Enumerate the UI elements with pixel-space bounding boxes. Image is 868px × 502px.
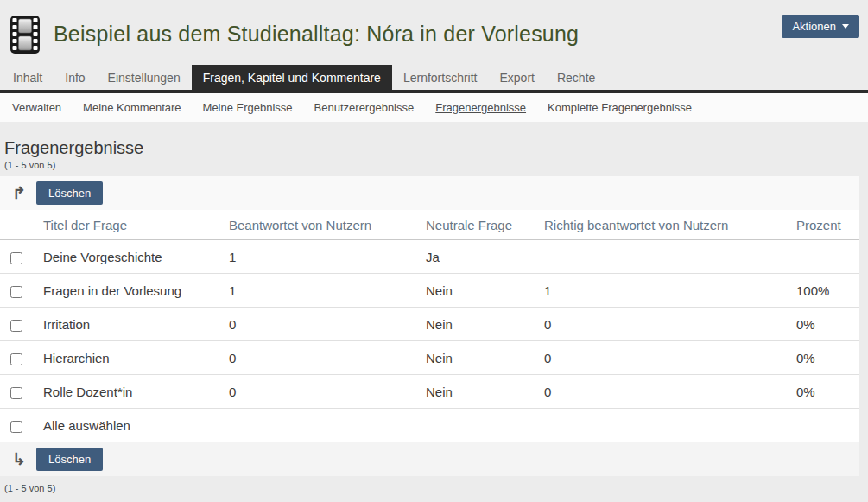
table-row: Fragen in der Vorlesung 1 Nein 1 100% — [0, 274, 859, 308]
table-header-row: Titel der Frage Beantwortet von Nutzern … — [0, 210, 859, 240]
cell-percent — [786, 240, 859, 274]
question-results-table: Titel der Frage Beantwortet von Nutzern … — [0, 210, 859, 442]
arrow-up-right-icon: ↱ — [10, 186, 28, 201]
tab-rechte[interactable]: Rechte — [546, 65, 606, 90]
delete-button-bottom[interactable]: Löschen — [36, 448, 103, 471]
main-tabbar: Inhalt Info Einstellungen Fragen, Kapite… — [0, 65, 868, 93]
col-header-answered: Beantwortet von Nutzern — [219, 210, 415, 240]
table-row: Hierarchien 0 Nein 0 0% — [0, 341, 859, 375]
cell-answered: 0 — [219, 341, 415, 375]
select-all-row: Alle auswählen — [0, 409, 859, 442]
cell-correct — [534, 240, 786, 274]
caret-down-icon — [842, 24, 849, 29]
tab-inhalt[interactable]: Inhalt — [2, 65, 54, 90]
result-range-top: (1 - 5 von 5) — [4, 160, 868, 170]
cell-percent: 100% — [786, 274, 859, 308]
cell-percent: 0% — [786, 341, 859, 375]
delete-button-top[interactable]: Löschen — [36, 181, 103, 205]
cell-neutral: Nein — [415, 308, 534, 341]
section-title: Fragenergebnisse — [4, 138, 868, 158]
subtab-meine-kommentare[interactable]: Meine Kommentare — [83, 101, 181, 114]
cell-correct: 1 — [534, 274, 786, 308]
filmstrip-icon — [9, 15, 41, 54]
table-row: Irritation 0 Nein 0 0% — [0, 308, 859, 341]
cell-question-title: Irritation — [33, 308, 219, 341]
tab-einstellungen[interactable]: Einstellungen — [97, 65, 192, 90]
tab-lernfortschritt[interactable]: Lernfortschritt — [392, 65, 489, 90]
col-header-neutral: Neutrale Frage — [415, 210, 534, 240]
cell-neutral: Ja — [415, 240, 534, 274]
table-commands-top: ↱ Löschen — [0, 176, 859, 210]
cell-neutral: Nein — [415, 341, 534, 375]
row-checkbox[interactable] — [10, 320, 22, 332]
subtab-meine-ergebnisse[interactable]: Meine Ergebnisse — [203, 101, 293, 114]
arrow-down-right-icon: ↳ — [10, 452, 28, 467]
actions-button-label: Aktionen — [792, 20, 836, 33]
cell-answered: 1 — [219, 274, 415, 308]
result-range-bottom: (1 - 5 von 5) — [0, 476, 859, 493]
actions-button[interactable]: Aktionen — [782, 15, 859, 38]
cell-percent: 0% — [786, 375, 859, 409]
subtab-fragenergebnisse[interactable]: Fragenergebnisse — [435, 101, 526, 114]
table-row: Rolle Dozent*in 0 Nein 0 0% — [0, 375, 859, 409]
cell-answered: 0 — [219, 308, 415, 341]
cell-neutral: Nein — [415, 375, 534, 409]
cell-correct: 0 — [534, 308, 786, 341]
select-all-checkbox[interactable] — [10, 421, 22, 433]
cell-answered: 0 — [219, 375, 415, 409]
col-header-correct: Richtig beantwortet von Nutzern — [534, 210, 786, 240]
tab-info[interactable]: Info — [54, 65, 96, 90]
page-header: Beispiel aus dem Studienalltag: Nóra in … — [0, 0, 868, 65]
row-checkbox[interactable] — [10, 353, 22, 365]
subtab-komplette-fragenergebnisse[interactable]: Komplette Fragenergebnisse — [548, 101, 692, 114]
cell-question-title: Hierarchien — [33, 341, 219, 375]
cell-percent: 0% — [786, 308, 859, 341]
select-all-label: Alle auswählen — [33, 409, 859, 442]
tab-fragen-kapitel-kommentare[interactable]: Fragen, Kapitel und Kommentare — [192, 65, 392, 90]
cell-question-title: Fragen in der Vorlesung — [33, 274, 219, 308]
cell-question-title: Rolle Dozent*in — [33, 375, 219, 409]
results-table-container: ↱ Löschen Titel der Frage Beantwortet vo… — [0, 176, 859, 493]
col-header-title: Titel der Frage — [33, 210, 219, 240]
row-checkbox[interactable] — [10, 252, 22, 264]
cell-question-title: Deine Vorgeschichte — [33, 240, 219, 274]
subtab-verwalten[interactable]: Verwalten — [12, 101, 61, 114]
cell-answered: 1 — [219, 240, 415, 274]
cell-neutral: Nein — [415, 274, 534, 308]
header-checkbox-spacer — [0, 210, 33, 240]
subtabbar: Verwalten Meine Kommentare Meine Ergebni… — [0, 93, 868, 122]
cell-correct: 0 — [534, 375, 786, 409]
subtab-benutzerergebnisse[interactable]: Benutzerergebnisse — [314, 101, 415, 114]
row-checkbox[interactable] — [10, 286, 22, 298]
col-header-percent: Prozent — [786, 210, 859, 240]
page-title: Beispiel aus dem Studienalltag: Nóra in … — [54, 22, 579, 47]
tab-export[interactable]: Export — [489, 65, 546, 90]
table-commands-bottom: ↳ Löschen — [0, 442, 859, 476]
row-checkbox[interactable] — [10, 387, 22, 399]
cell-correct: 0 — [534, 341, 786, 375]
table-row: Deine Vorgeschichte 1 Ja — [0, 240, 859, 274]
